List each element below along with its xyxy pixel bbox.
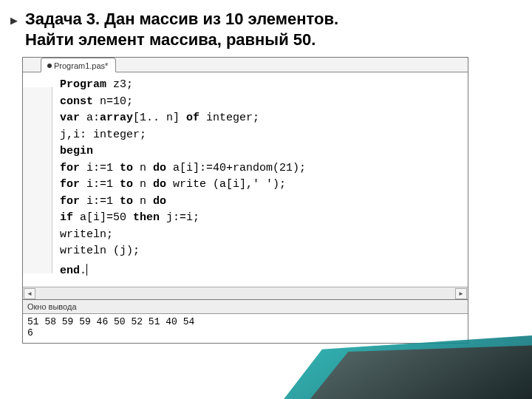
- code-area[interactable]: Program z3; const n=10; var a:array[1.. …: [23, 72, 468, 287]
- output-text: 51 58 59 59 46 50 52 51 40 54 6: [23, 314, 468, 343]
- scroll-left-icon[interactable]: ◄: [24, 288, 35, 299]
- output-panel: Окно вывода 51 58 59 59 46 50 52 51 40 5…: [22, 300, 468, 344]
- scroll-right-icon[interactable]: ►: [455, 288, 467, 299]
- modified-dot-icon: [47, 64, 52, 68]
- code-editor: Program1.pas* Program z3; const n=10; va…: [22, 57, 468, 300]
- tab-program1[interactable]: Program1.pas*: [41, 58, 116, 72]
- task-title: Задача 3. Дан массив из 10 элементов. На…: [25, 9, 517, 50]
- output-title: Окно вывода: [23, 300, 468, 314]
- text-cursor: [86, 264, 87, 276]
- title-line1: Задача 3. Дан массив из 10 элементов.: [25, 9, 517, 30]
- bullet-icon: ▶: [10, 15, 18, 26]
- horizontal-scrollbar[interactable]: ◄ ►: [23, 287, 468, 299]
- tab-bar: Program1.pas*: [23, 58, 468, 72]
- title-line2: Найти элемент массива, равный 50.: [25, 30, 517, 50]
- tab-label: Program1.pas*: [54, 61, 108, 70]
